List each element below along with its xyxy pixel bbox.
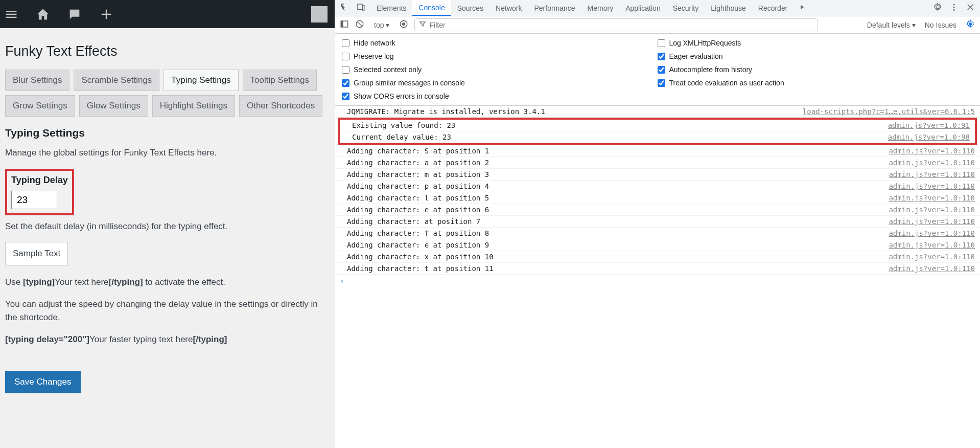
- checkbox[interactable]: [342, 39, 349, 47]
- filter-box[interactable]: [414, 18, 818, 31]
- devtools-tab-network[interactable]: Network: [489, 0, 528, 16]
- console-row: Existing value found: 23admin.js?ver=1.0…: [340, 120, 975, 131]
- comment-icon[interactable]: [66, 6, 83, 23]
- console-source-link[interactable]: admin.js?ver=1.0:110: [889, 194, 975, 202]
- setting-preserve-log[interactable]: Preserve log: [342, 52, 658, 60]
- tab-tooltip-settings[interactable]: Tooltip Settings: [243, 70, 317, 91]
- checkbox[interactable]: [658, 79, 665, 87]
- devtools-tab-security[interactable]: Security: [667, 0, 705, 16]
- devtools-tab-application[interactable]: Application: [619, 0, 667, 16]
- console-source-link[interactable]: admin.js?ver=1.0:110: [889, 147, 975, 155]
- console-settings-icon[interactable]: [966, 19, 975, 30]
- checkbox[interactable]: [342, 79, 349, 87]
- svg-point-7: [402, 23, 405, 26]
- filter-icon: [419, 20, 426, 29]
- tab-highlight-settings[interactable]: Highlight Settings: [152, 95, 235, 117]
- filter-input[interactable]: [429, 21, 813, 29]
- clear-console-icon[interactable]: [355, 19, 364, 30]
- wp-content: Funky Text Effects Blur SettingsScramble…: [0, 28, 335, 404]
- typing-delay-input[interactable]: [11, 191, 57, 209]
- console-source-link[interactable]: admin.js?ver=1.0:110: [889, 170, 975, 178]
- inspect-icon[interactable]: [340, 3, 349, 13]
- setting-selected-context-only[interactable]: Selected context only: [342, 65, 658, 74]
- devtools-tab-sources[interactable]: Sources: [451, 0, 489, 16]
- console-source-link[interactable]: admin.js?ver=1.0:110: [889, 206, 975, 214]
- console-source-link[interactable]: load-scripts.php?c=1…e,utils&ver=6.6.1:5: [803, 107, 975, 116]
- devtools-tab-lighthouse[interactable]: Lighthouse: [705, 0, 752, 16]
- log-levels-selector[interactable]: Default levels ▾: [867, 21, 916, 29]
- console-row: Adding character: e at position 9admin.j…: [335, 239, 980, 251]
- wp-toolbar: [0, 0, 335, 28]
- tab-scramble-settings[interactable]: Scramble Settings: [74, 70, 159, 91]
- live-expression-icon[interactable]: [399, 19, 408, 30]
- console-row: Adding character: a at position 2admin.j…: [335, 157, 980, 169]
- console-source-link[interactable]: admin.js?ver=1.0:91: [888, 121, 970, 129]
- devtools-tab-console[interactable]: Console: [412, 0, 451, 16]
- console-source-link[interactable]: admin.js?ver=1.0:98: [888, 133, 970, 141]
- setting-treat-code-evaluation-as-user-action[interactable]: Treat code evaluation as user action: [658, 79, 973, 87]
- sidebar-toggle-icon[interactable]: [340, 19, 349, 30]
- context-selector[interactable]: top ▾: [370, 19, 393, 31]
- devtools-tab-elements[interactable]: Elements: [370, 0, 412, 16]
- console-source-link[interactable]: admin.js?ver=1.0:110: [889, 217, 975, 226]
- console-row: Adding character: S at position 1admin.j…: [335, 145, 980, 157]
- console-row: Adding character: l at position 5admin.j…: [335, 192, 980, 204]
- checkbox[interactable]: [342, 53, 349, 60]
- tab-other-shortcodes[interactable]: Other Shortcodes: [239, 95, 322, 117]
- svg-rect-4: [341, 21, 343, 27]
- console-message: Adding character: e at position 9: [347, 241, 889, 249]
- checkbox[interactable]: [342, 66, 349, 74]
- checkbox[interactable]: [658, 39, 665, 47]
- section-title: Typing Settings: [5, 127, 330, 139]
- tab-typing-settings[interactable]: Typing Settings: [164, 70, 238, 91]
- device-icon[interactable]: [356, 3, 365, 13]
- close-icon[interactable]: [966, 3, 975, 13]
- console-source-link[interactable]: admin.js?ver=1.0:110: [889, 229, 975, 237]
- setting-autocomplete-from-history[interactable]: Autocomplete from history: [658, 65, 973, 74]
- console-message: Adding character: x at position 10: [347, 253, 889, 261]
- tab-blur-settings[interactable]: Blur Settings: [5, 70, 69, 91]
- devtools-tab-recorder[interactable]: Recorder: [752, 0, 794, 16]
- console-source-link[interactable]: admin.js?ver=1.0:110: [889, 253, 975, 261]
- checkbox[interactable]: [342, 93, 349, 100]
- console-output: JQMIGRATE: Migrate is installed, version…: [335, 106, 980, 448]
- setting-show-cors-errors-in-console[interactable]: Show CORS errors in console: [342, 92, 658, 100]
- console-source-link[interactable]: admin.js?ver=1.0:110: [889, 159, 975, 167]
- save-button[interactable]: Save Changes: [5, 371, 81, 393]
- typing-delay-label: Typing Delay: [11, 175, 68, 186]
- typing-delay-highlight: Typing Delay: [5, 169, 74, 215]
- devtools-tab-performance[interactable]: Performance: [528, 0, 581, 16]
- console-prompt[interactable]: ›: [335, 275, 980, 287]
- page-title: Funky Text Effects: [5, 43, 330, 59]
- console-source-link[interactable]: admin.js?ver=1.0:110: [889, 264, 975, 273]
- console-message: Adding character: l at position 5: [347, 194, 889, 202]
- setting-eager-evaluation[interactable]: Eager evaluation: [658, 52, 973, 60]
- devtools-pane: ElementsConsoleSourcesNetworkPerformance…: [335, 0, 980, 448]
- home-icon[interactable]: [35, 6, 51, 23]
- console-row: Adding character: p at position 4admin.j…: [335, 181, 980, 192]
- setting-hide-network[interactable]: Hide network: [342, 39, 658, 47]
- add-icon[interactable]: [98, 6, 114, 23]
- devtools-tab-memory[interactable]: Memory: [581, 0, 620, 16]
- svg-point-1: [953, 7, 955, 8]
- console-settings-panel: Hide networkPreserve logSelected context…: [335, 34, 980, 106]
- console-row: Adding character: at position 7admin.js?…: [335, 216, 980, 228]
- avatar[interactable]: [311, 6, 328, 23]
- console-row: Adding character: e at position 6admin.j…: [335, 204, 980, 216]
- checkbox[interactable]: [658, 53, 665, 60]
- devtools-tabs: ElementsConsoleSourcesNetworkPerformance…: [370, 0, 794, 16]
- more-tabs-icon[interactable]: [794, 3, 811, 13]
- issues-link[interactable]: No Issues: [925, 21, 956, 29]
- menu-icon[interactable]: [3, 6, 19, 23]
- gear-icon[interactable]: [933, 3, 942, 13]
- adjust-text: You can adjust the speed by changing the…: [5, 298, 330, 324]
- checkbox[interactable]: [658, 66, 665, 74]
- setting-log-xmlhttprequests[interactable]: Log XMLHttpRequests: [658, 39, 973, 47]
- tab-grow-settings[interactable]: Grow Settings: [5, 95, 75, 117]
- section-description: Manage the global settings for Funky Tex…: [5, 146, 330, 160]
- setting-group-similar-messages-in-console[interactable]: Group similar messages in console: [342, 79, 658, 87]
- kebab-icon[interactable]: [949, 3, 959, 13]
- tab-glow-settings[interactable]: Glow Settings: [79, 95, 148, 117]
- console-source-link[interactable]: admin.js?ver=1.0:110: [889, 241, 975, 249]
- console-source-link[interactable]: admin.js?ver=1.0:110: [889, 182, 975, 190]
